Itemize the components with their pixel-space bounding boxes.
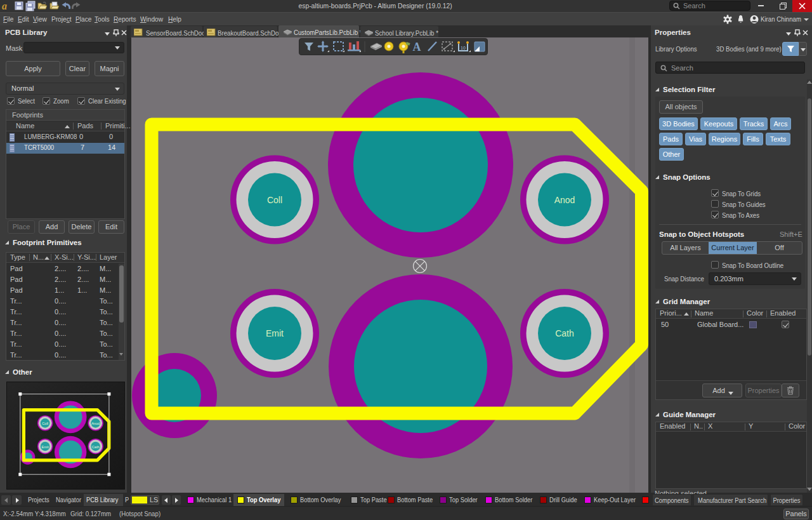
svg-text:A: A [413,41,421,53]
svg-text:Emit: Emit [42,445,49,449]
svg-text:Anod: Anod [554,195,575,205]
svg-text:Coll: Coll [267,195,282,205]
svg-text:10: 10 [461,46,466,50]
svg-text:Anod: Anod [91,422,100,425]
svg-text:Cath: Cath [92,445,100,449]
svg-text:Emit: Emit [266,328,284,338]
svg-text:Coll: Coll [42,422,48,425]
svg-text:Cath: Cath [555,328,574,338]
